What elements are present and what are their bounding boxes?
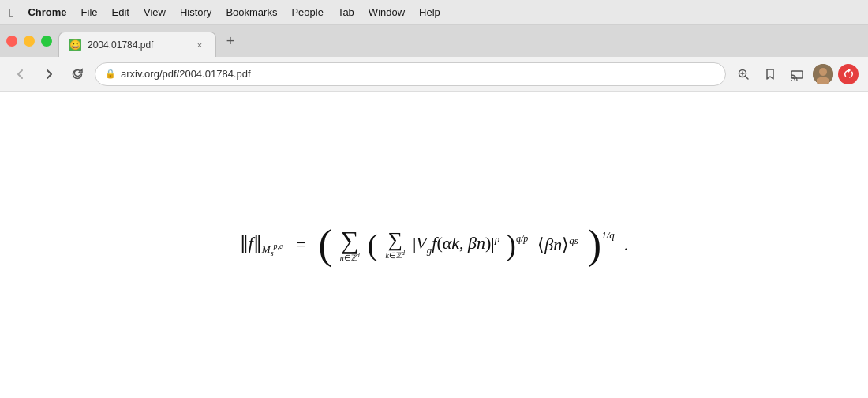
active-tab[interactable]: 😀 2004.01784.pdf ×: [58, 32, 216, 57]
menu-window[interactable]: Window: [369, 6, 405, 18]
outer-left-paren: (: [319, 224, 332, 265]
update-button[interactable]: [838, 64, 859, 84]
menu-file[interactable]: File: [81, 6, 98, 18]
menu-view[interactable]: View: [144, 6, 166, 18]
tabbar: 😀 2004.01784.pdf × +: [0, 25, 868, 57]
menu-help[interactable]: Help: [419, 6, 440, 18]
tab-title: 2004.01784.pdf: [88, 39, 187, 51]
cast-button[interactable]: [786, 63, 808, 85]
menu-edit[interactable]: Edit: [112, 6, 129, 18]
window-controls-group: [6, 36, 58, 47]
user-avatar[interactable]: [813, 64, 833, 84]
close-window-button[interactable]: [6, 36, 17, 47]
toolbar: 🔒 arxiv.org/pdf/2004.01784.pdf: [0, 57, 868, 92]
back-button[interactable]: [9, 63, 32, 85]
outer-right-paren-group: ) 1/q: [588, 224, 615, 265]
tab-close-button[interactable]: ×: [193, 39, 206, 51]
svg-point-4: [819, 68, 827, 76]
math-formula: ‖f‖Msp,q = ( ∑ n∈ℤd ( ∑ k∈ℤd |Vgf(αk, βn…: [240, 224, 629, 265]
bookmark-button[interactable]: [759, 63, 781, 85]
pdf-content: ‖f‖Msp,q = ( ∑ n∈ℤd ( ∑ k∈ℤd |Vgf(αk, βn…: [0, 92, 868, 398]
inner-sum: ∑ k∈ℤd: [386, 230, 405, 260]
menu-people[interactable]: People: [291, 6, 323, 18]
inner-right-paren-group: ) q/p: [506, 230, 528, 260]
svg-point-2: [791, 80, 792, 81]
lock-icon: 🔒: [105, 69, 116, 79]
menu-chrome[interactable]: Chrome: [28, 6, 66, 18]
tab-favicon-icon: 😀: [69, 39, 81, 51]
svg-rect-1: [791, 71, 803, 78]
menu-bookmarks[interactable]: Bookmarks: [226, 6, 277, 18]
apple-logo-icon: : [9, 6, 13, 19]
toolbar-actions: [732, 63, 859, 85]
minimize-window-button[interactable]: [24, 36, 35, 47]
menu-tab[interactable]: Tab: [338, 6, 354, 18]
equals-sign: =: [296, 235, 305, 255]
menu-history[interactable]: History: [180, 6, 211, 18]
forward-button[interactable]: [38, 63, 60, 85]
period: .: [624, 235, 629, 255]
menubar:  Chrome File Edit View History Bookmark…: [0, 0, 868, 25]
inner-expression: |Vgf(αk, βn)|p: [413, 233, 499, 257]
outer-sum: ∑ n∈ℤd: [340, 227, 360, 262]
inner-right-paren: ): [506, 230, 516, 260]
zoom-search-button[interactable]: [732, 63, 754, 85]
inner-left-paren: (: [368, 230, 378, 260]
angle-bracket-expression: ⟨βn⟩qs: [537, 235, 578, 255]
maximize-window-button[interactable]: [41, 36, 52, 47]
new-tab-button[interactable]: +: [219, 30, 241, 52]
url-text: arxiv.org/pdf/2004.01784.pdf: [121, 68, 716, 80]
reload-button[interactable]: [66, 63, 88, 85]
norm-expression: ‖f‖Msp,q: [240, 233, 283, 257]
address-bar[interactable]: 🔒 arxiv.org/pdf/2004.01784.pdf: [95, 62, 726, 86]
window-controls: [6, 36, 52, 47]
outer-right-paren: ): [588, 224, 601, 265]
